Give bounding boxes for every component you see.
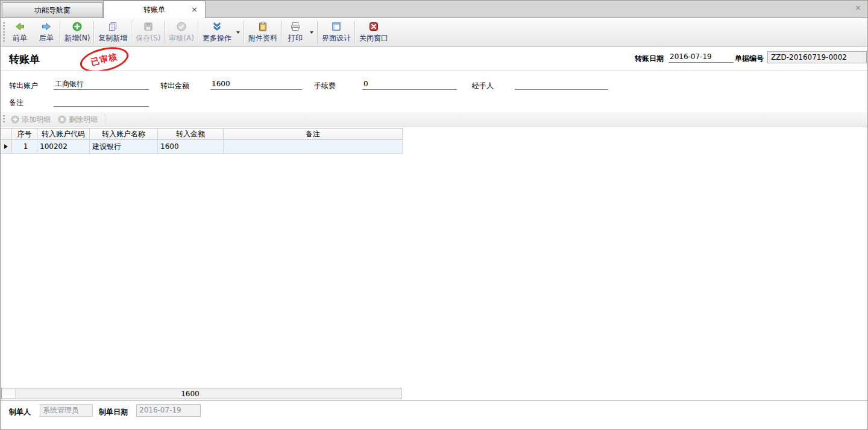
prev-doc-label: 前单 xyxy=(13,33,27,43)
save-icon xyxy=(143,21,154,32)
attachments-button[interactable]: 附件资料 xyxy=(245,18,281,46)
grid-header-in-account-code[interactable]: 转入账户代码 xyxy=(37,128,90,140)
cell-remark[interactable] xyxy=(224,140,403,154)
detail-grid: 序号 转入账户代码 转入账户名称 转入金额 备注 1 100202 建设银行 1… xyxy=(1,128,403,154)
current-row-marker-icon xyxy=(4,144,8,149)
cell-seq[interactable]: 1 xyxy=(12,140,37,154)
grid-header-in-account-name[interactable]: 转入账户名称 xyxy=(90,128,158,140)
close-window-label: 关闭窗口 xyxy=(359,33,388,43)
handler-label: 经手人 xyxy=(472,81,494,91)
tab-function-nav-label: 功能导航窗 xyxy=(34,6,71,14)
audit-button: 审核(A) xyxy=(165,18,198,46)
copy-new-button[interactable]: 复制新增 xyxy=(95,18,131,46)
print-button[interactable]: 打印 xyxy=(282,18,309,46)
doc-no-field: ZZD-20160719-0002 xyxy=(767,51,867,63)
table-row[interactable]: 1 100202 建设银行 1600 xyxy=(1,140,403,154)
check-circle-icon xyxy=(176,21,187,32)
more-actions-label: 更多操作 xyxy=(203,33,231,43)
detail-toolbar-separator xyxy=(105,114,106,125)
new-label: 新增(N) xyxy=(64,33,90,43)
document-header: 转账单 已审核 转账日期 2016-07-19 单据编号 ZZD-2016071… xyxy=(1,47,867,71)
summary-left-chip xyxy=(2,389,16,398)
out-amount-label: 转出金额 xyxy=(160,81,189,91)
detail-toolbar: 添加明细 删除明细 xyxy=(1,112,867,127)
remove-detail-button: 删除明细 xyxy=(55,115,102,125)
grid-header-row: 序号 转入账户代码 转入账户名称 转入金额 备注 xyxy=(1,128,403,140)
handler-field[interactable] xyxy=(515,78,608,90)
detail-grid-area: 序号 转入账户代码 转入账户名称 转入金额 备注 1 100202 建设银行 1… xyxy=(1,127,867,388)
print-dropdown-icon[interactable] xyxy=(310,31,313,34)
make-date-field: 2016-07-19 xyxy=(136,404,201,417)
next-doc-button[interactable]: 后单 xyxy=(33,18,60,46)
print-label: 打印 xyxy=(288,33,303,43)
form-area: 转出账户 工商银行 转出金额 1600 手续费 0 经手人 备注 xyxy=(1,71,867,112)
copy-new-label: 复制新增 xyxy=(98,33,127,43)
detail-toolbar-grip xyxy=(3,115,5,124)
grid-header-selector xyxy=(1,128,12,140)
close-red-icon xyxy=(368,21,379,32)
tab-function-nav[interactable]: 功能导航窗 xyxy=(2,2,103,18)
layout-icon xyxy=(331,21,342,32)
make-date-label: 制单日期 xyxy=(99,407,128,417)
add-detail-button: 添加明细 xyxy=(8,115,55,125)
fee-field[interactable]: 0 xyxy=(362,78,457,90)
ui-design-button[interactable]: 界面设计 xyxy=(318,18,354,46)
footer-area: 制单人 系统管理员 制单日期 2016-07-19 xyxy=(1,401,867,430)
audit-label: 审核(A) xyxy=(169,33,194,43)
cell-in-account-code[interactable]: 100202 xyxy=(37,140,90,154)
amount-total-value: 1600 xyxy=(157,389,223,399)
fee-label: 手续费 xyxy=(314,81,336,91)
prev-doc-button[interactable]: 前单 xyxy=(7,18,33,46)
add-detail-label: 添加明细 xyxy=(22,115,51,125)
printer-icon xyxy=(290,21,301,32)
double-chevron-down-icon xyxy=(212,21,222,32)
out-account-field[interactable]: 工商银行 xyxy=(54,78,149,90)
plus-circle-icon xyxy=(72,21,83,32)
save-button: 保存(S) xyxy=(132,18,164,46)
more-actions-button[interactable]: 更多操作 xyxy=(199,18,235,46)
grid-header-in-amount[interactable]: 转入金额 xyxy=(158,128,224,140)
save-label: 保存(S) xyxy=(136,33,160,43)
remove-circle-icon xyxy=(58,115,66,124)
transfer-voucher-window: 功能导航窗 转账单 × × 前单 后单 新增(N xyxy=(0,0,868,430)
attachments-label: 附件资料 xyxy=(248,33,277,43)
cell-in-amount[interactable]: 1600 xyxy=(158,140,224,154)
grid-header-seq[interactable]: 序号 xyxy=(12,128,37,140)
cell-in-account-name[interactable]: 建设银行 xyxy=(90,140,158,154)
grid-summary-bar: 1600 xyxy=(1,388,401,399)
tab-transfer-voucher-label: 转账单 xyxy=(143,5,165,14)
arrow-left-icon xyxy=(14,21,25,32)
copy-icon xyxy=(107,21,118,32)
transfer-date-label: 转账日期 xyxy=(635,54,664,64)
tab-transfer-voucher[interactable]: 转账单 × xyxy=(103,1,206,18)
main-toolbar: 前单 后单 新增(N) 复制新增 xyxy=(1,18,867,47)
tab-close-icon[interactable]: × xyxy=(191,1,198,18)
clipboard-icon xyxy=(257,21,268,32)
page-title: 转账单 xyxy=(9,52,40,66)
new-button[interactable]: 新增(N) xyxy=(61,18,93,46)
row-selector-cell[interactable] xyxy=(1,140,12,154)
arrow-right-icon xyxy=(41,21,52,32)
remark-label: 备注 xyxy=(9,98,24,108)
tabbar-close-icon[interactable]: × xyxy=(855,3,861,12)
next-doc-label: 后单 xyxy=(39,33,54,43)
add-circle-icon xyxy=(11,115,19,124)
ui-design-label: 界面设计 xyxy=(322,33,351,43)
doc-no-label: 单据编号 xyxy=(735,54,764,64)
maker-label: 制单人 xyxy=(9,407,31,417)
remove-detail-label: 删除明细 xyxy=(69,115,98,125)
tab-bar: 功能导航窗 转账单 × × xyxy=(1,1,867,18)
more-actions-dropdown-icon[interactable] xyxy=(236,31,240,34)
out-amount-field[interactable]: 1600 xyxy=(210,78,302,90)
transfer-date-field[interactable]: 2016-07-19 xyxy=(668,51,734,63)
grid-header-remark[interactable]: 备注 xyxy=(224,128,403,140)
maker-field: 系统管理员 xyxy=(40,404,93,417)
out-account-label: 转出账户 xyxy=(9,81,38,91)
toolbar-grip xyxy=(3,22,5,43)
close-window-button[interactable]: 关闭窗口 xyxy=(356,18,392,46)
remark-field[interactable] xyxy=(54,95,149,107)
